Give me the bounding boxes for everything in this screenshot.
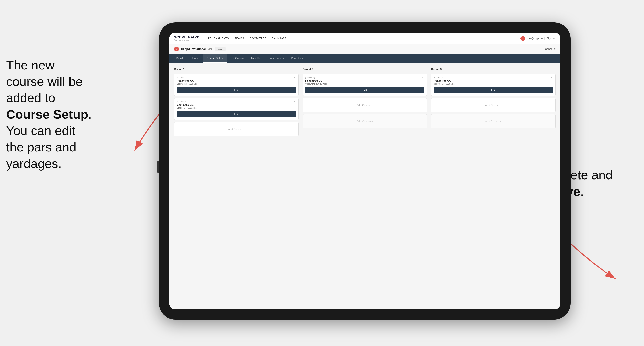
- round3-add-course-2: Add Course +: [431, 114, 556, 128]
- round2-course-a-delete[interactable]: ✕: [421, 76, 425, 79]
- top-nav: SCOREBOARD Powered by clippd TOURNAMENTS…: [169, 32, 560, 44]
- nav-link-rankings[interactable]: RANKINGS: [272, 37, 286, 40]
- rounds-grid: Round 1 ✕ (Course A) Peachtree GC Yellow…: [174, 68, 556, 136]
- tab-printables[interactable]: Printables: [287, 54, 306, 63]
- tab-teams[interactable]: Teams: [188, 54, 203, 63]
- tournament-name: Clippd Invitational: [181, 47, 206, 51]
- round1-course-b-card: ✕ (Course B) East Lake GC Black (M) (689…: [174, 98, 298, 120]
- round3-course-a-type: (Course A): [434, 77, 553, 79]
- nav-link-committee[interactable]: COMMITTEE: [250, 37, 266, 40]
- round-3-column: Round 3 ✕ (Course A) Peachtree GC Yellow…: [431, 68, 556, 136]
- user-avatar: [520, 36, 525, 41]
- logo-main: SCOREBOARD: [174, 36, 200, 39]
- sign-out-link[interactable]: Sign out: [546, 37, 556, 40]
- tab-results[interactable]: Results: [248, 54, 264, 63]
- scoreboard-logo: SCOREBOARD Powered by clippd: [174, 36, 200, 41]
- round3-course-a-details: Yellow (M) (6629 yds): [434, 83, 553, 85]
- round1-course-b-name: East Lake GC: [177, 103, 296, 106]
- cancel-button[interactable]: Cancel ×: [545, 47, 556, 50]
- round3-add-course-2-label: Add Course +: [485, 120, 502, 123]
- tablet-screen: SCOREBOARD Powered by clippd TOURNAMENTS…: [169, 32, 560, 309]
- nav-link-teams[interactable]: TEAMS: [234, 37, 244, 40]
- round1-add-course[interactable]: Add Course +: [174, 122, 298, 136]
- round1-course-b-edit[interactable]: Edit: [177, 111, 296, 117]
- round3-course-a-delete[interactable]: ✕: [550, 76, 553, 79]
- content-area: Round 1 ✕ (Course A) Peachtree GC Yellow…: [169, 63, 560, 309]
- round2-add-course-1-label: Add Course +: [357, 104, 373, 107]
- top-nav-links: TOURNAMENTS TEAMS COMMITTEE RANKINGS: [208, 37, 520, 40]
- round2-add-course-2-label: Add Course +: [357, 120, 373, 123]
- round1-add-course-label: Add Course +: [228, 128, 244, 131]
- round-1-label: Round 1: [174, 68, 298, 71]
- round3-course-a-edit[interactable]: Edit: [434, 87, 553, 93]
- annotation-left: The new course will be added to Course S…: [6, 57, 124, 172]
- round2-course-a-card: ✕ (Course A) Peachtree GC Yellow (M) (66…: [303, 74, 427, 96]
- round1-course-a-card: ✕ (Course A) Peachtree GC Yellow (M) (66…: [174, 74, 298, 96]
- round3-add-course-1[interactable]: Add Course +: [431, 98, 556, 112]
- round-2-label: Round 2: [303, 68, 427, 71]
- top-nav-right: blair@clippd.io | Sign out: [520, 36, 556, 41]
- tab-course-setup[interactable]: Course Setup: [203, 54, 226, 63]
- nav-separator: |: [544, 37, 545, 40]
- round1-course-b-delete[interactable]: ✕: [293, 100, 296, 103]
- round1-course-a-edit[interactable]: Edit: [177, 87, 296, 93]
- tab-leaderboards[interactable]: Leaderboards: [264, 54, 287, 63]
- round1-course-b-type: (Course B): [177, 101, 296, 103]
- round3-course-a-name: Peachtree GC: [434, 79, 553, 82]
- round2-course-a-name: Peachtree GC: [305, 79, 424, 82]
- round-1-column: Round 1 ✕ (Course A) Peachtree GC Yellow…: [174, 68, 298, 136]
- tabs-bar: Details Teams Course Setup Tee Groups Re…: [169, 54, 560, 63]
- nav-link-tournaments[interactable]: TOURNAMENTS: [208, 37, 229, 40]
- tablet-side-button: [157, 161, 159, 173]
- round-3-label: Round 3: [431, 68, 556, 71]
- round1-course-a-name: Peachtree GC: [177, 79, 296, 82]
- tab-details[interactable]: Details: [172, 54, 188, 63]
- round1-course-b-details: Black (M) (6891 yds): [177, 107, 296, 109]
- sub-header: C Clippd Invitational (Men) Hosting Canc…: [169, 44, 560, 54]
- round2-course-a-type: (Course A): [305, 77, 424, 79]
- round1-course-a-type: (Course A): [177, 77, 296, 79]
- round2-add-course-1[interactable]: Add Course +: [303, 98, 427, 112]
- hosting-badge: Hosting: [215, 47, 226, 51]
- user-email: blair@clippd.io: [526, 37, 543, 40]
- tournament-gender: (Men): [207, 48, 213, 50]
- round3-course-a-card: ✕ (Course A) Peachtree GC Yellow (M) (66…: [431, 74, 556, 96]
- tournament-icon: C: [174, 47, 179, 51]
- tablet-frame: SCOREBOARD Powered by clippd TOURNAMENTS…: [159, 22, 571, 320]
- round1-course-a-details: Yellow (M) (6629 yds): [177, 83, 296, 85]
- round2-course-a-details: Yellow (M) (6629 yds): [305, 83, 424, 85]
- round3-add-course-1-label: Add Course +: [485, 104, 502, 107]
- logo-sub: Powered by clippd: [174, 39, 200, 41]
- tab-tee-groups[interactable]: Tee Groups: [226, 54, 248, 63]
- round1-course-a-delete[interactable]: ✕: [293, 76, 296, 79]
- round2-add-course-2: Add Course +: [303, 114, 427, 128]
- round2-course-a-edit[interactable]: Edit: [305, 87, 424, 93]
- round-2-column: Round 2 ✕ (Course A) Peachtree GC Yellow…: [303, 68, 427, 136]
